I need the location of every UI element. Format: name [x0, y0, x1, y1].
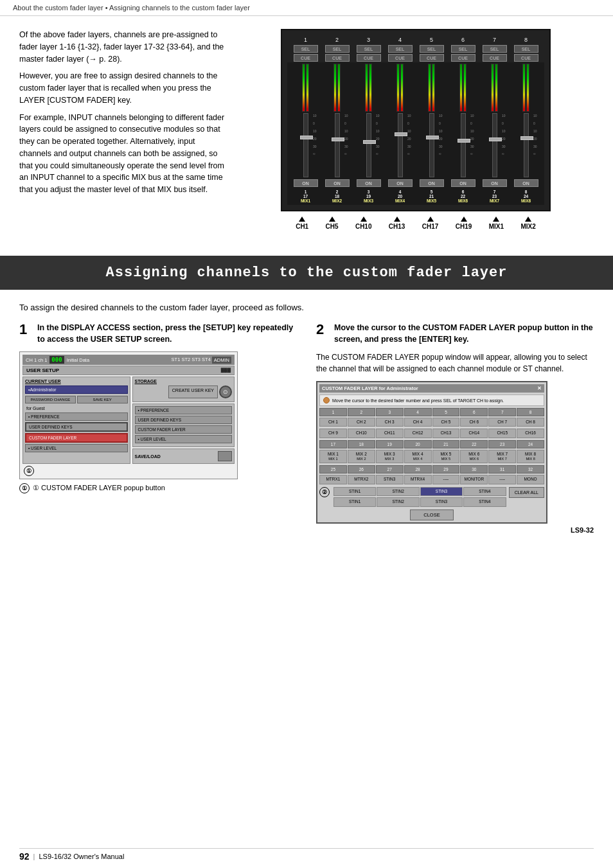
cue-btn-7[interactable]: CUE	[483, 54, 507, 62]
cfl-cell-ch6[interactable]: CH 6	[460, 418, 488, 427]
fader-4-handle[interactable]	[395, 132, 407, 136]
cfl-cell-ch4[interactable]: CH 4	[404, 418, 432, 427]
cfl-stin4-top[interactable]: STIN4	[463, 487, 506, 496]
cfl-cell-mix2[interactable]: MIX 2MIX 2	[348, 450, 375, 464]
cfl-cell-ch1[interactable]: CH 1	[319, 418, 347, 427]
cue-btn-6[interactable]: CUE	[451, 54, 475, 62]
cfl-cell-ch14[interactable]: CH14	[460, 429, 488, 438]
on-btn-7[interactable]: ON	[483, 179, 507, 187]
cfl-cell-ch9[interactable]: CH 9	[319, 429, 347, 438]
on-btn-5[interactable]: ON	[420, 179, 444, 187]
cue-btn-2[interactable]: CUE	[325, 54, 350, 62]
cfl-cell-mix1[interactable]: MIX 1MIX 1	[319, 450, 347, 464]
cue-btn-1[interactable]: CUE	[294, 54, 318, 62]
us-user-def-1[interactable]: USER DEFINED KEYS	[25, 422, 128, 432]
on-btn-2[interactable]: ON	[325, 179, 350, 187]
cfl-stin1-bot[interactable]: STIN1	[333, 497, 376, 506]
cfl-stin2-bot[interactable]: STIN2	[377, 497, 419, 506]
cfl-stin4-bot[interactable]: STIN4	[463, 497, 506, 506]
us-custom-fader-2[interactable]: CUSTOM FADER LAYER	[135, 425, 233, 434]
cue-btn-5[interactable]: CUE	[420, 54, 444, 62]
cfl-cell-mix8[interactable]: MIX 8MIX 8	[517, 450, 544, 464]
sel-btn-8[interactable]: SEL	[514, 45, 538, 53]
cfl-cell-ch12[interactable]: CH12	[404, 429, 432, 438]
cfl-cell-ch8[interactable]: CH 8	[517, 418, 544, 427]
cfl-cell-empty1[interactable]: ----	[432, 475, 460, 484]
cfl-cell-ch10[interactable]: CH10	[348, 429, 375, 438]
us-title-bar: USER SETUP ▓▓▓	[22, 366, 235, 375]
step-1-column: 1 In the DISPLAY ACCESS section, press t…	[19, 323, 297, 534]
cfl-cell-mix6[interactable]: MIX 6MIX 6	[460, 450, 488, 464]
cfl-cell-monitor[interactable]: MONITOR	[460, 475, 488, 484]
cfl-cell-mono[interactable]: MONO	[517, 475, 544, 484]
cfl-cell-mtrx1[interactable]: MTRX1	[319, 475, 347, 484]
us-for-guest: for Guest	[25, 405, 128, 411]
on-btn-1[interactable]: ON	[294, 179, 318, 187]
us-user-level-1[interactable]: • USER LEVEL	[25, 444, 128, 452]
cfl-cell-ch7[interactable]: CH 7	[488, 418, 516, 427]
ch-num-6: 6	[449, 37, 477, 43]
fader-2-handle[interactable]	[332, 137, 344, 141]
fader-8-handle[interactable]	[520, 136, 533, 140]
cfl-stin2-top[interactable]: STIN2	[377, 487, 419, 496]
cfl-stin1-top[interactable]: STIN1	[333, 487, 376, 496]
sel-btn-5[interactable]: SEL	[420, 45, 444, 53]
arrow-label-ch13: CH13	[389, 217, 405, 230]
us-save-load-panel: SAVE/LOAD	[132, 448, 235, 464]
sel-btn-7[interactable]: SEL	[483, 45, 507, 53]
us-user-def-2[interactable]: USER DEFINED KEYS	[135, 416, 233, 424]
us-admin-name-btn[interactable]: •Administrator	[25, 385, 128, 394]
fader-1-handle[interactable]	[300, 136, 313, 139]
fader-6-handle[interactable]	[458, 139, 470, 143]
cfl-cell-mtrx2[interactable]: MTRX2	[348, 475, 375, 484]
cfl-stin3-bot[interactable]: STIN3	[420, 497, 463, 506]
step-2-column: 2 Move the cursor to the CUSTOM FADER LA…	[316, 323, 594, 534]
ch-bottom-label-8: 824MIX8	[513, 190, 540, 203]
cfl-cell-mix7[interactable]: MIX 7MIX 7	[488, 450, 516, 464]
cfl-close-btn[interactable]: CLOSE	[410, 509, 453, 520]
us-create-user-key-btn[interactable]: CREATE USER KEY	[168, 385, 218, 398]
on-btn-4[interactable]: ON	[388, 179, 413, 187]
cfl-cell-mix4[interactable]: MIX 4MIX 4	[404, 450, 432, 464]
sel-btn-2[interactable]: SEL	[325, 45, 350, 53]
cfl-cell-mtrx4[interactable]: MTRX4	[404, 475, 432, 484]
cfl-cell-stin3-mix[interactable]: STIN3	[376, 475, 404, 484]
cfl-cell-ch15[interactable]: CH15	[488, 429, 516, 438]
intro-para-2: However, you are free to assign desired …	[19, 70, 225, 106]
cfl-cell-mix3[interactable]: MIX 3MIX 3	[376, 450, 404, 464]
cfl-cell-mix5[interactable]: MIX 5MIX 5	[432, 450, 460, 464]
us-save-key-btn[interactable]: SAVE KEY	[77, 396, 128, 403]
cfl-cell-ch5[interactable]: CH 5	[432, 418, 460, 427]
us-password-btn[interactable]: PASSWORD CHANGE	[25, 396, 76, 403]
cfl-clear-btn[interactable]: CLEAR ALL	[509, 487, 544, 498]
cfl-cell-ch11[interactable]: CH11	[376, 429, 404, 438]
on-btn-3[interactable]: ON	[357, 179, 381, 187]
sel-btn-6[interactable]: SEL	[451, 45, 475, 53]
cfl-cell-empty2[interactable]: ----	[488, 475, 516, 484]
cue-btn-8[interactable]: CUE	[514, 54, 538, 62]
cue-btn-3[interactable]: CUE	[357, 54, 381, 62]
step-1-title: In the DISPLAY ACCESS section, press the…	[37, 323, 297, 345]
cfl-cell-ch13[interactable]: CH13	[432, 429, 460, 438]
cfl-cell-ch3[interactable]: CH 3	[376, 418, 404, 427]
cfl-cell-ch2[interactable]: CH 2	[348, 418, 375, 427]
on-btn-6[interactable]: ON	[451, 179, 475, 187]
us-preference-1[interactable]: • PREFERENCE	[25, 412, 128, 421]
fader-7-handle[interactable]	[489, 137, 502, 141]
cfl-stin3-top[interactable]: STIN3	[420, 487, 463, 496]
on-btn-8[interactable]: ON	[514, 179, 538, 187]
us-custom-fader-1[interactable]: CUSTOM FADER LAYER	[25, 433, 128, 443]
fader-strip-6: 100102030∞	[450, 64, 477, 177]
cue-btn-4[interactable]: CUE	[388, 54, 413, 62]
sel-btn-3[interactable]: SEL	[357, 45, 381, 53]
us-user-level-2[interactable]: • USER LEVEL	[135, 435, 233, 443]
sel-btn-1[interactable]: SEL	[294, 45, 318, 53]
manual-title: LS9-16/32 Owner's Manual	[39, 853, 124, 860]
fader-3-handle[interactable]	[363, 140, 376, 144]
cfl-cell-ch16[interactable]: CH16	[517, 429, 544, 438]
us-title: USER SETUP	[26, 368, 59, 373]
fader-5-handle[interactable]	[426, 136, 439, 139]
us-preference-2[interactable]: • PREFERENCE	[135, 406, 233, 414]
cfl-close-x-icon[interactable]: ✕	[537, 385, 542, 391]
sel-btn-4[interactable]: SEL	[388, 45, 413, 53]
